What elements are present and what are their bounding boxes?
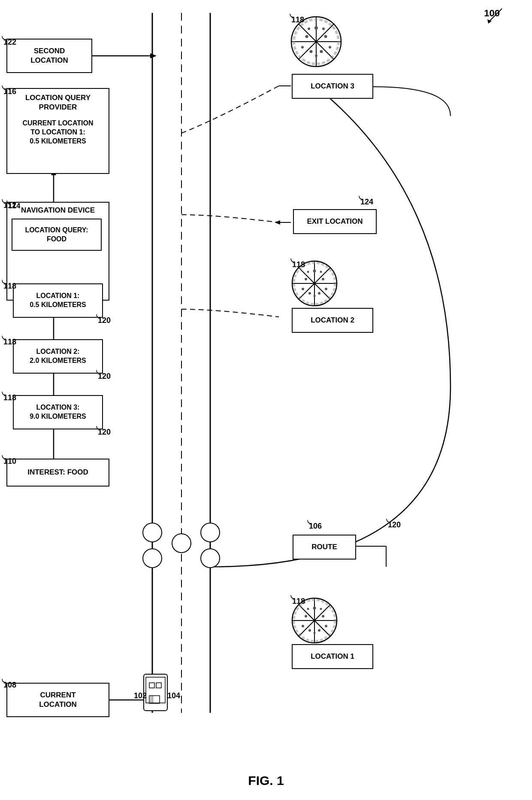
svg-rect-29 xyxy=(146,677,165,703)
svg-point-48 xyxy=(308,27,310,30)
svg-marker-5 xyxy=(275,220,280,225)
location3-dist-box: LOCATION 3: 9.0 KILOMETERS xyxy=(13,395,103,429)
svg-point-76 xyxy=(325,625,327,627)
route-box: ROUTE xyxy=(293,535,356,560)
ref-118-loc1-curve xyxy=(1,279,6,284)
location1-dist-box: LOCATION 1: 0.5 KILOMETERS xyxy=(13,283,103,318)
svg-point-45 xyxy=(310,50,313,53)
ref-102: 102 xyxy=(134,691,147,700)
svg-point-58 xyxy=(322,278,324,280)
ref-120-route-curve xyxy=(386,518,391,523)
ref-122-curve xyxy=(1,35,6,40)
ref-120-loc2-curve xyxy=(96,369,101,374)
svg-point-64 xyxy=(320,271,322,273)
svg-point-56 xyxy=(313,270,316,273)
ref-118-map3-curve xyxy=(289,13,294,18)
current-location-box: CURRENT LOCATION xyxy=(6,683,109,717)
svg-point-59 xyxy=(302,288,304,290)
svg-point-78 xyxy=(318,629,320,632)
svg-line-26 xyxy=(489,9,502,21)
svg-point-75 xyxy=(302,625,304,627)
svg-point-40 xyxy=(314,26,318,30)
ref-110-curve xyxy=(1,454,6,459)
ref-120-loc3-curve xyxy=(96,425,101,430)
svg-point-17 xyxy=(172,534,191,553)
ref-116-curve xyxy=(1,85,6,90)
location-query-provider-box: LOCATION QUERYPROVIDER CURRENT LOCATIONT… xyxy=(6,88,109,174)
ref-124-curve xyxy=(358,195,363,200)
svg-point-57 xyxy=(305,278,307,280)
ref-120-loc1-curve xyxy=(96,313,101,319)
svg-point-60 xyxy=(325,288,327,290)
svg-point-47 xyxy=(315,55,317,57)
svg-point-41 xyxy=(305,35,308,38)
svg-point-74 xyxy=(322,615,324,617)
svg-point-77 xyxy=(308,629,311,632)
svg-point-18 xyxy=(201,523,220,542)
svg-point-43 xyxy=(301,46,304,49)
location1-map-box: LOCATION 1 xyxy=(292,644,373,669)
location2-map-box: LOCATION 2 xyxy=(292,308,373,333)
svg-point-61 xyxy=(308,292,311,295)
location2-dist-box: LOCATION 2: 2.0 KILOMETERS xyxy=(13,339,103,374)
diagram-container: 100 SECOND LOCATION 122 LOCATION QUERYPR… xyxy=(0,0,532,800)
svg-point-79 xyxy=(307,608,309,610)
svg-point-72 xyxy=(313,607,316,610)
figure-caption: FIG. 1 xyxy=(0,773,532,788)
svg-point-19 xyxy=(201,549,220,568)
svg-point-81 xyxy=(314,632,316,634)
location3-map-box: LOCATION 3 xyxy=(292,74,373,99)
ref-118-map2-curve xyxy=(290,258,295,263)
ref-112-curve xyxy=(1,198,6,204)
svg-point-80 xyxy=(320,608,322,610)
ref-118-loc3-curve xyxy=(1,391,6,396)
location-query-food-box: LOCATION QUERY: FOOD xyxy=(12,219,102,251)
ref-118-loc2-curve xyxy=(1,335,6,340)
svg-point-65 xyxy=(314,295,316,297)
second-location-box: SECOND LOCATION xyxy=(6,39,92,73)
ref-108-curve xyxy=(1,678,6,683)
svg-point-44 xyxy=(329,46,331,49)
svg-point-46 xyxy=(320,50,323,53)
ref-118-map1-curve xyxy=(290,594,295,599)
ref-106-curve xyxy=(307,519,312,524)
ref-104: 104 xyxy=(167,691,180,700)
svg-point-62 xyxy=(318,292,320,295)
ref-100-arrow xyxy=(485,6,506,24)
svg-point-15 xyxy=(143,523,162,542)
svg-marker-7 xyxy=(150,53,157,58)
svg-point-73 xyxy=(305,615,307,617)
interest-food-box: INTEREST: FOOD xyxy=(6,459,109,487)
svg-point-49 xyxy=(322,27,325,30)
svg-point-16 xyxy=(143,549,162,568)
svg-point-42 xyxy=(324,35,327,38)
svg-point-63 xyxy=(307,271,309,273)
exit-location-box: EXIT LOCATION xyxy=(293,209,377,234)
